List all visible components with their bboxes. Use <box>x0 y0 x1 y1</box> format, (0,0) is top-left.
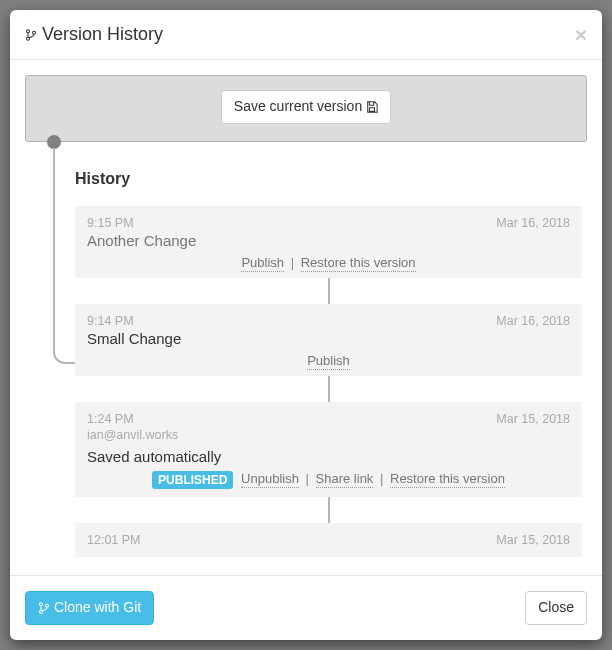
entry-author: ian@anvil.works <box>87 428 570 442</box>
modal-body: Save current version History 9:15 PM Mar… <box>10 60 602 575</box>
entry-time: 1:24 PM <box>87 412 134 426</box>
svg-point-1 <box>27 37 30 40</box>
branch-icon <box>38 601 50 615</box>
entry-title: Small Change <box>87 330 570 347</box>
modal-header: Version History × <box>10 10 602 60</box>
modal-footer: Clone with Git Close <box>10 575 602 640</box>
restore-link[interactable]: Restore this version <box>301 255 416 272</box>
timeline-rail-curve <box>53 344 75 364</box>
entry-meta: 1:24 PM Mar 15, 2018 <box>87 412 570 426</box>
unpublish-link[interactable]: Unpublish <box>241 471 299 488</box>
save-version-label: Save current version <box>234 97 362 117</box>
entry-time: 9:14 PM <box>87 314 134 328</box>
svg-point-5 <box>46 604 49 607</box>
entry-meta: 12:01 PM Mar 15, 2018 <box>87 533 570 547</box>
entry-date: Mar 16, 2018 <box>496 216 570 230</box>
published-badge: PUBLISHED <box>152 471 233 489</box>
close-button[interactable]: Close <box>525 591 587 625</box>
history-scroll[interactable]: Save current version History 9:15 PM Mar… <box>25 75 587 560</box>
entry-date: Mar 15, 2018 <box>496 412 570 426</box>
svg-point-2 <box>33 31 36 34</box>
history-entry: 9:14 PM Mar 16, 2018 Small Change Publis… <box>75 304 582 376</box>
version-history-modal: Version History × Save current version H… <box>10 10 602 640</box>
clone-git-label: Clone with Git <box>54 598 141 618</box>
modal-title: Version History <box>25 24 163 45</box>
save-panel: Save current version <box>25 75 587 142</box>
entry-date: Mar 15, 2018 <box>496 533 570 547</box>
publish-link[interactable]: Publish <box>307 353 350 370</box>
svg-point-4 <box>40 610 43 613</box>
timeline-connector <box>328 278 330 304</box>
entry-time: 9:15 PM <box>87 216 134 230</box>
entry-actions: Publish <box>87 353 570 368</box>
separator: | <box>291 255 294 270</box>
share-link[interactable]: Share link <box>316 471 374 488</box>
separator: | <box>306 471 309 486</box>
entry-title: Saved automatically <box>87 448 570 465</box>
timeline-connector <box>328 497 330 523</box>
modal-title-text: Version History <box>42 24 163 45</box>
history-entry: 1:24 PM Mar 15, 2018 ian@anvil.works Sav… <box>75 402 582 497</box>
timeline-head-marker <box>47 135 61 149</box>
timeline-rail <box>53 148 55 346</box>
history-entry: 9:15 PM Mar 16, 2018 Another Change Publ… <box>75 206 582 278</box>
entry-date: Mar 16, 2018 <box>496 314 570 328</box>
svg-point-0 <box>27 29 30 32</box>
entry-time: 12:01 PM <box>87 533 141 547</box>
entry-actions: PUBLISHED Unpublish | Share link | Resto… <box>87 471 570 489</box>
separator: | <box>380 471 383 486</box>
timeline: History 9:15 PM Mar 16, 2018 Another Cha… <box>25 142 587 557</box>
close-icon[interactable]: × <box>575 24 587 45</box>
close-label: Close <box>538 598 574 618</box>
entry-meta: 9:15 PM Mar 16, 2018 <box>87 216 570 230</box>
publish-link[interactable]: Publish <box>241 255 284 272</box>
save-version-button[interactable]: Save current version <box>221 90 391 124</box>
save-icon <box>366 100 378 114</box>
entry-title: Another Change <box>87 232 570 249</box>
history-heading: History <box>75 170 582 188</box>
history-entry: 12:01 PM Mar 15, 2018 <box>75 523 582 557</box>
branch-icon <box>25 28 37 42</box>
entry-actions: Publish | Restore this version <box>87 255 570 270</box>
restore-link[interactable]: Restore this version <box>390 471 505 488</box>
clone-git-button[interactable]: Clone with Git <box>25 591 154 625</box>
timeline-connector <box>328 376 330 402</box>
svg-point-3 <box>40 603 43 606</box>
entry-meta: 9:14 PM Mar 16, 2018 <box>87 314 570 328</box>
